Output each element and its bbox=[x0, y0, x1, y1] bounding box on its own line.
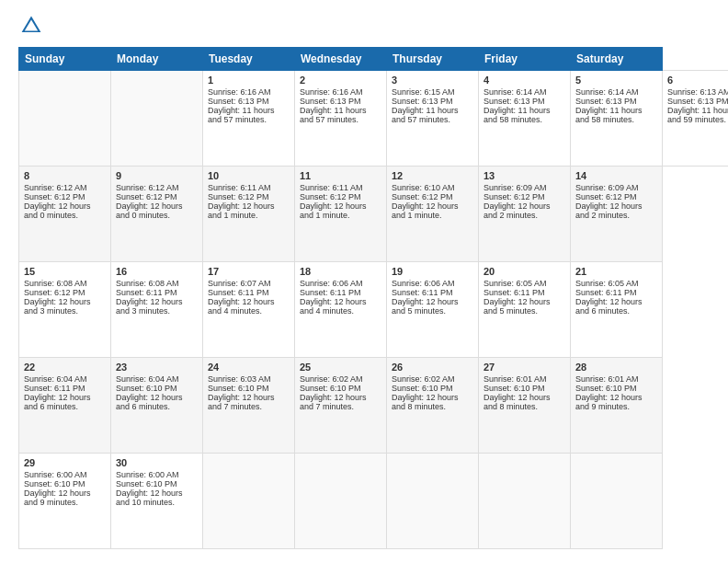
day-cell: 8Sunrise: 6:12 AMSunset: 6:12 PMDaylight… bbox=[19, 167, 111, 262]
col-sunday: Sunday bbox=[19, 48, 111, 71]
day-cell: 16Sunrise: 6:08 AMSunset: 6:11 PMDayligh… bbox=[111, 262, 203, 358]
empty-cell bbox=[19, 71, 111, 167]
day-number: 30 bbox=[116, 457, 198, 468]
empty-cell bbox=[111, 71, 203, 167]
day-cell: 28Sunrise: 6:01 AMSunset: 6:10 PMDayligh… bbox=[571, 358, 663, 454]
day-cell: 1Sunrise: 6:16 AMSunset: 6:13 PMDaylight… bbox=[203, 71, 295, 167]
empty-cell bbox=[203, 454, 295, 549]
col-tuesday: Tuesday bbox=[203, 48, 295, 71]
day-cell: 25Sunrise: 6:02 AMSunset: 6:10 PMDayligh… bbox=[295, 358, 387, 454]
day-cell: 2Sunrise: 6:16 AMSunset: 6:13 PMDaylight… bbox=[295, 71, 387, 167]
day-cell: 6Sunrise: 6:13 AMSunset: 6:13 PMDaylight… bbox=[663, 71, 729, 167]
day-cell: 20Sunrise: 6:05 AMSunset: 6:11 PMDayligh… bbox=[479, 262, 571, 358]
day-cell: 5Sunrise: 6:14 AMSunset: 6:13 PMDaylight… bbox=[571, 71, 663, 167]
day-number: 15 bbox=[24, 266, 106, 277]
day-number: 17 bbox=[208, 266, 290, 277]
day-number: 19 bbox=[392, 266, 473, 277]
calendar-table: Sunday Monday Tuesday Wednesday Thursday… bbox=[18, 47, 728, 549]
day-number: 14 bbox=[575, 170, 657, 181]
calendar-week-4: 29Sunrise: 6:00 AMSunset: 6:10 PMDayligh… bbox=[19, 454, 729, 549]
day-cell: 10Sunrise: 6:11 AMSunset: 6:12 PMDayligh… bbox=[203, 167, 295, 262]
day-number: 24 bbox=[208, 362, 290, 373]
day-number: 20 bbox=[483, 266, 565, 277]
empty-cell bbox=[479, 454, 571, 549]
day-cell: 9Sunrise: 6:12 AMSunset: 6:12 PMDaylight… bbox=[111, 167, 203, 262]
col-thursday: Thursday bbox=[387, 48, 479, 71]
day-number: 9 bbox=[116, 170, 198, 181]
day-cell: 3Sunrise: 6:15 AMSunset: 6:13 PMDaylight… bbox=[387, 71, 479, 167]
day-cell: 21Sunrise: 6:05 AMSunset: 6:11 PMDayligh… bbox=[571, 262, 663, 358]
empty-cell bbox=[571, 454, 663, 549]
day-number: 28 bbox=[575, 362, 657, 373]
calendar-week-3: 22Sunrise: 6:04 AMSunset: 6:11 PMDayligh… bbox=[19, 358, 729, 454]
day-cell: 15Sunrise: 6:08 AMSunset: 6:12 PMDayligh… bbox=[19, 262, 111, 358]
day-number: 11 bbox=[300, 170, 381, 181]
day-number: 6 bbox=[667, 75, 728, 86]
day-number: 16 bbox=[116, 266, 198, 277]
day-number: 23 bbox=[116, 362, 198, 373]
calendar-week-0: 1Sunrise: 6:16 AMSunset: 6:13 PMDaylight… bbox=[19, 71, 729, 167]
page: Sunday Monday Tuesday Wednesday Thursday… bbox=[0, 0, 728, 563]
day-cell: 4Sunrise: 6:14 AMSunset: 6:13 PMDaylight… bbox=[479, 71, 571, 167]
day-cell: 19Sunrise: 6:06 AMSunset: 6:11 PMDayligh… bbox=[387, 262, 479, 358]
calendar-week-1: 8Sunrise: 6:12 AMSunset: 6:12 PMDaylight… bbox=[19, 167, 729, 262]
day-cell: 23Sunrise: 6:04 AMSunset: 6:10 PMDayligh… bbox=[111, 358, 203, 454]
header-row: Sunday Monday Tuesday Wednesday Thursday… bbox=[19, 48, 729, 71]
day-number: 2 bbox=[300, 75, 381, 86]
day-number: 25 bbox=[300, 362, 381, 373]
day-number: 18 bbox=[300, 266, 381, 277]
day-number: 10 bbox=[208, 170, 290, 181]
logo bbox=[18, 14, 46, 40]
day-number: 21 bbox=[575, 266, 657, 277]
day-number: 4 bbox=[483, 75, 565, 86]
col-wednesday: Wednesday bbox=[295, 48, 387, 71]
day-cell: 22Sunrise: 6:04 AMSunset: 6:11 PMDayligh… bbox=[19, 358, 111, 454]
day-number: 26 bbox=[392, 362, 473, 373]
day-number: 8 bbox=[24, 170, 106, 181]
day-cell: 14Sunrise: 6:09 AMSunset: 6:12 PMDayligh… bbox=[571, 167, 663, 262]
day-cell: 11Sunrise: 6:11 AMSunset: 6:12 PMDayligh… bbox=[295, 167, 387, 262]
day-cell: 12Sunrise: 6:10 AMSunset: 6:12 PMDayligh… bbox=[387, 167, 479, 262]
col-monday: Monday bbox=[111, 48, 203, 71]
day-number: 1 bbox=[208, 75, 290, 86]
day-cell: 18Sunrise: 6:06 AMSunset: 6:11 PMDayligh… bbox=[295, 262, 387, 358]
day-number: 5 bbox=[575, 75, 657, 86]
day-cell: 24Sunrise: 6:03 AMSunset: 6:10 PMDayligh… bbox=[203, 358, 295, 454]
day-cell: 30Sunrise: 6:00 AMSunset: 6:10 PMDayligh… bbox=[111, 454, 203, 549]
col-friday: Friday bbox=[479, 48, 571, 71]
calendar-header: Sunday Monday Tuesday Wednesday Thursday… bbox=[19, 48, 729, 71]
empty-cell bbox=[295, 454, 387, 549]
day-cell: 17Sunrise: 6:07 AMSunset: 6:11 PMDayligh… bbox=[203, 262, 295, 358]
empty-cell bbox=[387, 454, 479, 549]
calendar-body: 1Sunrise: 6:16 AMSunset: 6:13 PMDaylight… bbox=[19, 71, 729, 549]
header bbox=[18, 14, 710, 40]
day-number: 27 bbox=[483, 362, 565, 373]
day-number: 29 bbox=[24, 457, 106, 468]
calendar-week-2: 15Sunrise: 6:08 AMSunset: 6:12 PMDayligh… bbox=[19, 262, 729, 358]
day-cell: 13Sunrise: 6:09 AMSunset: 6:12 PMDayligh… bbox=[479, 167, 571, 262]
day-number: 22 bbox=[24, 362, 106, 373]
logo-icon bbox=[20, 14, 42, 36]
day-number: 12 bbox=[392, 170, 473, 181]
day-cell: 29Sunrise: 6:00 AMSunset: 6:10 PMDayligh… bbox=[19, 454, 111, 549]
day-cell: 27Sunrise: 6:01 AMSunset: 6:10 PMDayligh… bbox=[479, 358, 571, 454]
day-cell: 26Sunrise: 6:02 AMSunset: 6:10 PMDayligh… bbox=[387, 358, 479, 454]
day-number: 13 bbox=[483, 170, 565, 181]
day-number: 3 bbox=[392, 75, 473, 86]
col-saturday: Saturday bbox=[571, 48, 663, 71]
